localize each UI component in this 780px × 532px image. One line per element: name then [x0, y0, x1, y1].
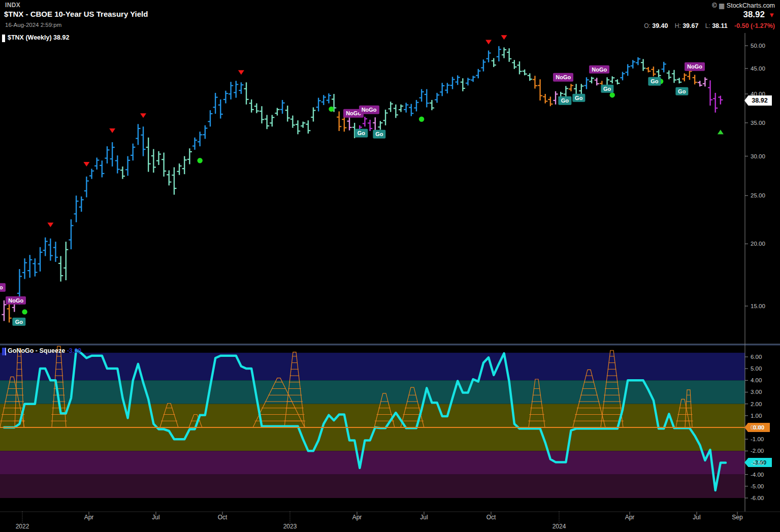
nogo-label-badge: NoGo: [589, 65, 609, 74]
nogo-label-badge: NoGo: [359, 106, 379, 114]
go-signal-triangle-icon: [718, 130, 724, 135]
nogo-signal-triangle-icon: [485, 40, 492, 44]
x-axis-year-label: 2023: [283, 523, 297, 530]
go-label-badge: Go: [373, 130, 385, 139]
stockcharts-grid-icon: ▦: [719, 2, 725, 10]
squeeze-y-tick-label: -6.00: [751, 495, 764, 501]
main-y-tick-label: 30.00: [751, 153, 765, 159]
high-value: 39.67: [682, 22, 698, 29]
nogo-label-badge: NoGo: [0, 283, 6, 292]
stockcharts-chart-window: INDX $TNX - CBOE 10-Year US Treasury Yie…: [0, 0, 780, 532]
stockcharts-logo-text: StockCharts.com: [727, 2, 775, 9]
squeeze-panel-title: GoNoGo - Squeeze: [8, 347, 65, 354]
squeeze-band: [0, 475, 745, 498]
squeeze-y-tick-label: -5.00: [751, 483, 764, 489]
squeeze-y-tick-label: -4.00: [751, 472, 764, 478]
price-panel-legend-icon[interactable]: [2, 35, 5, 42]
squeeze-panel-legend-icon[interactable]: [2, 348, 6, 355]
go-trend-dot: [419, 117, 424, 122]
stockcharts-logo[interactable]: © ▦ StockCharts.com: [712, 2, 775, 9]
squeeze-y-tick-label: 1.00: [751, 413, 762, 419]
main-y-tick-label: 20.00: [751, 241, 765, 247]
page-title: $TNX - CBOE 10-Year US Treasury Yield: [4, 10, 148, 18]
squeeze-y-tick-label: 4.00: [751, 377, 762, 383]
go-trend-dot: [610, 92, 615, 97]
price-down-triangle-icon: ▼: [768, 11, 775, 19]
x-axis-month-label: Apr: [84, 514, 94, 521]
squeeze-y-tick-label: -1.00: [751, 436, 764, 442]
squeeze-band: [0, 451, 745, 474]
open-label: O:: [644, 22, 651, 29]
squeeze-band: [0, 353, 745, 380]
main-y-tick-label: 40.00: [751, 91, 765, 97]
nogo-signal-triangle-icon: [238, 70, 244, 75]
squeeze-y-tick-label: 5.00: [751, 365, 762, 372]
x-axis-year-label: 2024: [552, 523, 566, 530]
squeeze-panel-label[interactable]: GoNoGo - Squeeze -3.00: [8, 347, 81, 354]
x-axis-month-label: Oct: [486, 514, 496, 521]
chart-timestamp: 16-Aug-2024 2:59:pm: [5, 22, 61, 28]
open-value: 39.40: [652, 22, 668, 29]
x-axis-month-label: Oct: [218, 514, 228, 521]
x-axis-month-label: Apr: [352, 514, 362, 521]
nogo-signal-triangle-icon: [47, 223, 53, 227]
main-y-tick-label: 45.00: [751, 65, 765, 72]
go-trend-dot: [329, 107, 334, 112]
squeeze-y-tick-label: -3.00: [751, 460, 764, 466]
x-axis-month-label: Apr: [625, 514, 635, 521]
x-axis-month-label: Jul: [420, 514, 428, 521]
nogo-signal-triangle-icon: [501, 35, 507, 40]
price-panel-label[interactable]: $TNX (Weekly) 38.92: [8, 34, 69, 41]
go-label-badge: Go: [355, 129, 368, 138]
go-trend-dot: [22, 309, 27, 314]
go-label-badge: Go: [601, 84, 613, 93]
squeeze-y-tick-label: 3.00: [751, 389, 762, 395]
go-label-badge: Go: [572, 93, 585, 102]
squeeze-y-tick-label: 0.00: [751, 424, 762, 430]
main-y-tick-label: 25.00: [751, 192, 765, 198]
squeeze-band: [0, 380, 745, 404]
chart-canvas: [0, 0, 780, 532]
nogo-label-badge: NoGo: [553, 73, 573, 82]
go-trend-dot: [198, 158, 203, 163]
copyright-symbol: ©: [712, 2, 717, 9]
nogo-label-badge: NoGo: [6, 296, 26, 305]
x-axis-month-label: Jul: [152, 514, 159, 521]
low-label: L:: [705, 22, 710, 29]
x-axis-month-label: Sep: [732, 514, 742, 521]
squeeze-current-value: -3.00: [67, 347, 82, 354]
low-value: 38.11: [712, 22, 728, 29]
nogo-signal-triangle-icon: [83, 162, 89, 167]
exchange-label: INDX: [5, 2, 20, 9]
go-label-badge: Go: [648, 77, 661, 86]
ohlc-readout: O: 39.40 H: 39.67 L: 38.11 -0.50 (-1.27%…: [644, 22, 775, 29]
squeeze-y-tick-label: 2.00: [751, 401, 762, 407]
last-price: 38.92: [743, 10, 765, 20]
squeeze-y-tick-label: -2.00: [751, 448, 764, 454]
main-y-tick-label: 15.00: [751, 303, 765, 309]
x-axis-month-label: Jul: [693, 514, 700, 521]
high-label: H:: [675, 22, 681, 29]
go-label-badge: Go: [559, 96, 571, 105]
main-y-tick-label: 50.00: [751, 43, 765, 49]
go-label-badge: Go: [13, 317, 25, 326]
nogo-signal-triangle-icon: [109, 128, 115, 133]
change-value: -0.50 (-1.27%): [734, 22, 775, 29]
squeeze-y-tick-label: 6.00: [751, 354, 762, 360]
nogo-label-badge: NoGo: [685, 62, 705, 71]
x-axis-year-label: 2022: [16, 523, 29, 530]
main-y-tick-label: 35.00: [751, 120, 765, 126]
nogo-signal-triangle-icon: [140, 113, 146, 118]
go-label-badge: Go: [675, 87, 688, 95]
